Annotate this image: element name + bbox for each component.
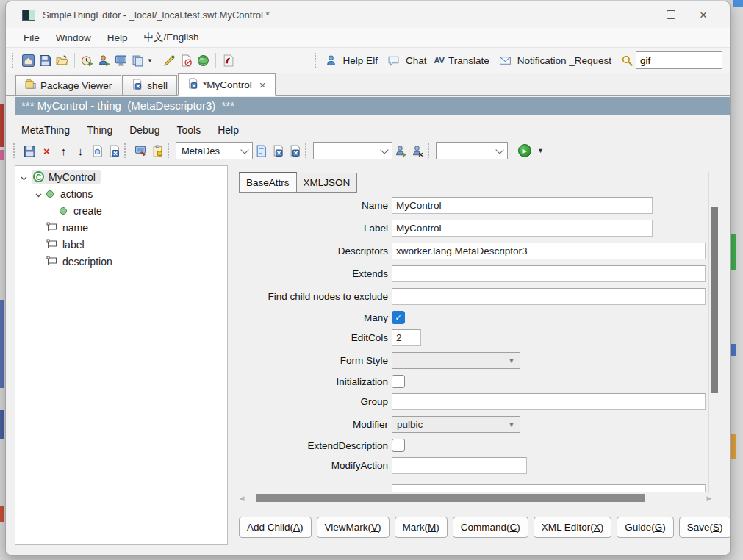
- descriptors-field[interactable]: [392, 243, 706, 259]
- close-button[interactable]: ×: [687, 4, 719, 26]
- help-elf-icon[interactable]: [323, 52, 340, 69]
- user-go-icon[interactable]: [392, 143, 409, 159]
- run-dropdown-icon[interactable]: ▼: [537, 147, 544, 154]
- name-field[interactable]: [392, 197, 653, 214]
- xml-editor-button[interactable]: XML Editor(X): [534, 517, 611, 538]
- xml-doc-icon[interactable]: [106, 143, 123, 159]
- minimize-button[interactable]: [622, 4, 655, 26]
- partial-field[interactable]: [392, 484, 706, 492]
- maximize-button[interactable]: [655, 4, 687, 26]
- tree-item-mycontrol[interactable]: C MyControl: [15, 168, 227, 185]
- label-field[interactable]: [392, 220, 653, 237]
- search-icon[interactable]: [619, 52, 636, 69]
- menu-window[interactable]: Window: [48, 32, 99, 43]
- toolbar-grip[interactable]: [315, 53, 318, 68]
- toolbar-grip[interactable]: [428, 143, 431, 158]
- guide-button[interactable]: Guide(G): [617, 517, 674, 538]
- brush-icon[interactable]: [161, 52, 178, 69]
- flash-doc-icon[interactable]: [220, 52, 237, 69]
- descriptor-combo[interactable]: MetaDes: [176, 142, 253, 159]
- save-icon[interactable]: [37, 52, 54, 69]
- delete-icon[interactable]: ×: [38, 143, 55, 159]
- run-icon[interactable]: ▶: [516, 143, 533, 159]
- toolbar-grip[interactable]: [124, 143, 128, 158]
- preview-doc-icon[interactable]: [89, 143, 106, 159]
- tab-xmljson[interactable]: XMLJSON: [297, 173, 358, 193]
- tab-baseattrs[interactable]: BaseAttrs: [239, 172, 297, 193]
- tab-shell[interactable]: shell: [122, 75, 177, 95]
- run-combo[interactable]: [436, 142, 508, 159]
- menu-help[interactable]: Help: [99, 32, 136, 43]
- tree-item-create[interactable]: create: [15, 202, 227, 219]
- chat-button[interactable]: Chat: [406, 55, 427, 66]
- doc-forbid-icon[interactable]: [178, 52, 195, 69]
- copy-dropdown-icon[interactable]: ▼: [147, 57, 153, 64]
- monitor-tool-icon[interactable]: [132, 143, 149, 159]
- toolbar-grip[interactable]: [12, 53, 15, 68]
- extend-description-checkbox[interactable]: [392, 439, 405, 452]
- user-stop-icon[interactable]: [409, 143, 426, 159]
- tree-item-actions[interactable]: actions: [15, 185, 227, 202]
- move-up-icon[interactable]: ↑: [55, 143, 72, 159]
- form-style-combo[interactable]: ▼: [392, 352, 520, 369]
- envelope-icon[interactable]: [497, 52, 514, 69]
- find-exclude-field[interactable]: [392, 288, 706, 305]
- extends-field[interactable]: [392, 265, 706, 282]
- user-go-icon[interactable]: [96, 52, 112, 69]
- group-field[interactable]: [392, 393, 706, 410]
- action-combo[interactable]: [313, 142, 392, 159]
- viewmark-button[interactable]: ViewMark(V): [317, 517, 390, 538]
- toolbar-grip[interactable]: [168, 143, 171, 158]
- menu-language[interactable]: 中文/English: [136, 31, 207, 44]
- help-elf-button[interactable]: Help Elf: [343, 55, 378, 66]
- save-icon[interactable]: [21, 143, 38, 159]
- menu-debug[interactable]: Debug: [129, 124, 159, 136]
- add-child-button[interactable]: Add Child(A): [239, 517, 312, 538]
- tree-item-name[interactable]: name: [15, 219, 227, 236]
- copy-icon[interactable]: [129, 52, 146, 69]
- translate-button[interactable]: Translate: [448, 55, 489, 66]
- save-button[interactable]: Save(S): [679, 517, 731, 538]
- xml-doc-icon[interactable]: [287, 143, 304, 159]
- toolbar-grip[interactable]: [305, 143, 309, 158]
- menu-tools[interactable]: Tools: [176, 124, 201, 136]
- vertical-scrollbar-thumb[interactable]: [711, 207, 718, 393]
- command-button[interactable]: Command(C): [453, 517, 528, 538]
- menu-file[interactable]: File: [15, 32, 48, 43]
- globe-icon[interactable]: [195, 52, 212, 69]
- menu-editor-help[interactable]: Help: [218, 124, 239, 136]
- clipboard-lock-icon[interactable]: [149, 143, 166, 159]
- search-input[interactable]: [636, 51, 722, 69]
- refresh-clock-icon[interactable]: [79, 52, 96, 69]
- vertical-scrollbar[interactable]: [708, 172, 720, 493]
- tab-mycontrol[interactable]: *MyControl ×: [178, 73, 276, 96]
- chevron-down-icon[interactable]: [20, 173, 28, 181]
- initialization-checkbox[interactable]: [392, 375, 405, 388]
- modifier-combo[interactable]: pulbic ▼: [392, 416, 520, 433]
- menu-metathing[interactable]: MetaThing: [21, 124, 70, 136]
- tab-close-icon[interactable]: ×: [259, 79, 266, 91]
- scroll-left-icon[interactable]: ◀: [237, 495, 246, 502]
- doc-edit-icon[interactable]: [253, 143, 270, 159]
- mark-button[interactable]: Mark(M): [395, 517, 448, 538]
- chevron-down-icon[interactable]: [35, 190, 43, 198]
- chat-bubble-icon[interactable]: [385, 52, 402, 69]
- monitor-icon[interactable]: [112, 52, 129, 69]
- horizontal-scrollbar-thumb[interactable]: [256, 494, 645, 502]
- notification-request-button[interactable]: Notification _Request: [517, 55, 611, 66]
- tab-package-viewer[interactable]: Package Viewer: [15, 75, 121, 95]
- home-icon[interactable]: [20, 52, 37, 69]
- tree-item-description[interactable]: description: [15, 253, 227, 270]
- tree-item-label[interactable]: label: [15, 236, 227, 253]
- toolbar-grip[interactable]: [13, 143, 17, 158]
- horizontal-scrollbar-track[interactable]: [246, 494, 705, 502]
- open-folder-icon[interactable]: [54, 52, 71, 69]
- menu-thing[interactable]: Thing: [87, 124, 112, 136]
- xml-doc-icon[interactable]: [270, 143, 287, 159]
- many-checkbox[interactable]: ✓: [392, 311, 405, 324]
- modify-action-field[interactable]: [392, 457, 527, 474]
- scroll-right-icon[interactable]: ▶: [705, 495, 714, 502]
- editcols-field[interactable]: [392, 329, 421, 346]
- move-down-icon[interactable]: ↓: [72, 143, 89, 159]
- horizontal-scrollbar[interactable]: ◀ ▶: [237, 493, 714, 503]
